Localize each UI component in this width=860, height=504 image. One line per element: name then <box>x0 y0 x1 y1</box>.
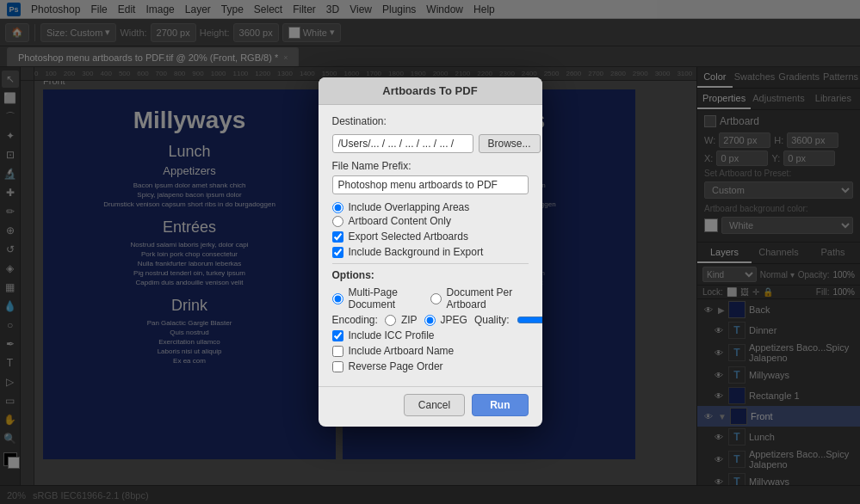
include-artboard-name-label: Include Artboard Name <box>349 345 455 357</box>
jpeg-label: JPEG <box>441 314 467 326</box>
include-overlapping-row: Include Overlapping Areas <box>332 201 529 213</box>
reverse-page-order-row: Reverse Page Order <box>332 360 529 372</box>
artboards-to-pdf-dialog: Artboards To PDF Destination: Browse... … <box>319 77 542 427</box>
browse-button[interactable]: Browse... <box>479 134 541 153</box>
include-icc-checkbox[interactable] <box>332 330 343 341</box>
artboard-content-radio[interactable] <box>332 216 343 227</box>
cancel-button[interactable]: Cancel <box>404 394 465 416</box>
include-overlapping-label: Include Overlapping Areas <box>349 201 470 213</box>
zip-label: ZIP <box>401 314 418 326</box>
options-section-label: Options: <box>332 269 529 281</box>
encoding-row: Encoding: ZIP JPEG Quality: 8 <box>332 314 529 326</box>
include-background-row: Include Background in Export <box>332 246 529 258</box>
doc-per-artboard-label: Document Per Artboard <box>447 286 529 310</box>
options-row: Multi-Page Document Document Per Artboar… <box>332 286 529 310</box>
export-selected-label: Export Selected Artboards <box>349 230 468 243</box>
destination-label: Destination: <box>332 115 401 127</box>
radio-group: Include Overlapping Areas Artboard Conte… <box>332 201 529 227</box>
multi-page-label: Multi-Page Document <box>349 286 424 310</box>
destination-input-row: Browse... <box>332 134 529 153</box>
include-background-checkbox[interactable] <box>332 247 343 258</box>
destination-input[interactable] <box>332 134 473 153</box>
dialog-overlay: Artboards To PDF Destination: Browse... … <box>0 0 860 504</box>
encoding-label: Encoding: <box>332 314 378 326</box>
export-selected-checkbox[interactable] <box>332 231 343 243</box>
quality-slider[interactable] <box>517 314 542 326</box>
reverse-page-order-label: Reverse Page Order <box>349 360 443 372</box>
include-icc-row: Include ICC Profile <box>332 329 529 341</box>
doc-per-artboard-radio[interactable] <box>430 293 442 304</box>
artboard-content-label: Artboard Content Only <box>349 215 451 227</box>
include-artboard-name-row: Include Artboard Name <box>332 345 529 357</box>
jpeg-radio[interactable] <box>424 315 436 326</box>
multi-page-row: Multi-Page Document <box>332 286 424 310</box>
doc-per-artboard-row: Document Per Artboard <box>430 286 529 310</box>
include-icc-label: Include ICC Profile <box>349 329 435 341</box>
zip-radio[interactable] <box>385 315 396 326</box>
dialog-body: Destination: Browse... File Name Prefix:… <box>319 105 542 386</box>
quality-label: Quality: <box>474 314 510 326</box>
divider <box>332 263 529 264</box>
include-background-label: Include Background in Export <box>349 246 484 258</box>
include-overlapping-radio[interactable] <box>332 202 343 213</box>
multi-page-radio[interactable] <box>332 293 343 304</box>
jpeg-row: JPEG <box>424 314 467 326</box>
export-selected-row: Export Selected Artboards <box>332 230 529 243</box>
prefix-label: File Name Prefix: <box>332 160 411 172</box>
reverse-page-order-checkbox[interactable] <box>332 361 343 372</box>
prefix-label-row: File Name Prefix: <box>332 160 529 172</box>
dialog-title: Artboards To PDF <box>319 77 542 105</box>
prefix-input[interactable] <box>332 175 529 194</box>
include-artboard-name-checkbox[interactable] <box>332 346 343 357</box>
destination-row: Destination: <box>332 115 529 127</box>
artboard-content-row: Artboard Content Only <box>332 215 529 227</box>
run-button[interactable]: Run <box>472 394 528 416</box>
dialog-footer: Cancel Run <box>319 386 542 427</box>
zip-row: ZIP <box>385 314 418 326</box>
